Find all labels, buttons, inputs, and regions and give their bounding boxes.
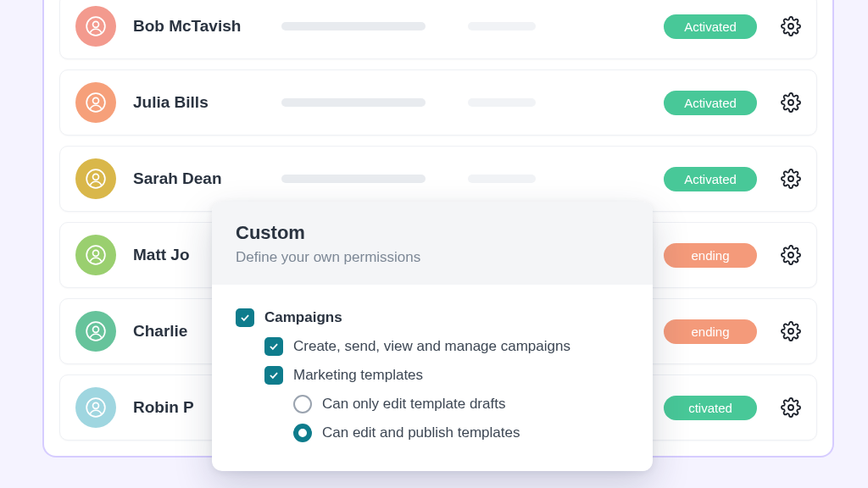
radio-unselected-icon[interactable]	[293, 395, 312, 413]
svg-point-4	[93, 97, 99, 103]
svg-point-7	[93, 174, 99, 180]
placeholder-group	[281, 22, 664, 30]
permission-label: Can edit and publish templates	[322, 424, 520, 441]
svg-point-2	[788, 24, 793, 29]
avatar	[75, 235, 116, 275]
svg-point-3	[86, 93, 105, 112]
gear-icon[interactable]	[781, 321, 801, 341]
svg-point-0	[86, 17, 105, 36]
status-badge: Activated	[664, 167, 757, 191]
permissions-popover: Custom Define your own permissions Campa…	[212, 202, 653, 471]
user-icon	[85, 168, 107, 190]
popover-header: Custom Define your own permissions	[212, 202, 653, 285]
svg-point-16	[93, 402, 99, 408]
placeholder-bar	[468, 98, 536, 107]
svg-point-11	[788, 252, 793, 258]
user-name: Bob McTavish	[133, 17, 281, 36]
user-icon	[85, 15, 107, 37]
status-badge: Activated	[664, 91, 757, 115]
svg-point-10	[93, 250, 99, 256]
user-icon	[85, 92, 107, 114]
checkbox-checked-icon[interactable]	[264, 337, 283, 356]
svg-point-12	[86, 322, 105, 341]
svg-point-15	[86, 398, 105, 417]
svg-point-5	[788, 100, 793, 105]
status-badge: ending	[664, 243, 757, 268]
gear-icon[interactable]	[781, 16, 801, 36]
svg-point-13	[93, 326, 99, 332]
permission-label: Campaigns	[264, 309, 342, 326]
placeholder-bar	[281, 98, 426, 107]
user-icon	[85, 396, 107, 419]
popover-subtitle: Define your own permissions	[236, 249, 629, 266]
checkbox-checked-icon[interactable]	[236, 308, 254, 327]
status-badge: Activated	[664, 14, 757, 39]
status-badge: ending	[664, 319, 757, 344]
placeholder-bar	[468, 175, 536, 183]
user-row: Julia Bills Activated	[59, 69, 817, 136]
permission-label: Can only edit template drafts	[322, 396, 505, 413]
popover-title: Custom	[236, 222, 629, 244]
gear-icon[interactable]	[781, 169, 801, 189]
user-icon	[85, 244, 107, 266]
gear-icon[interactable]	[781, 397, 801, 418]
popover-body: Campaigns Create, send, view and manage …	[212, 285, 653, 471]
user-row: Bob McTavish Activated	[59, 0, 817, 59]
user-name: Sarah Dean	[133, 169, 281, 188]
svg-point-1	[93, 21, 99, 27]
avatar	[75, 311, 116, 352]
avatar	[75, 158, 116, 199]
svg-point-9	[86, 246, 105, 264]
permission-label: Create, send, view and manage campaigns	[293, 338, 570, 355]
svg-point-6	[86, 169, 105, 188]
checkbox-checked-icon[interactable]	[264, 366, 283, 385]
placeholder-bar	[281, 175, 426, 183]
svg-point-8	[788, 176, 793, 181]
user-icon	[85, 320, 107, 342]
placeholder-group	[281, 98, 664, 107]
gear-icon[interactable]	[781, 92, 801, 113]
user-name: Julia Bills	[133, 93, 281, 112]
placeholder-bar	[468, 22, 536, 30]
gear-icon[interactable]	[781, 245, 801, 265]
permission-create-campaigns[interactable]: Create, send, view and manage campaigns	[236, 332, 629, 361]
radio-selected-icon[interactable]	[293, 424, 312, 442]
status-badge: ctivated	[664, 396, 757, 420]
svg-point-14	[788, 329, 793, 334]
placeholder-group	[281, 175, 664, 183]
permission-marketing-templates[interactable]: Marketing templates	[236, 361, 629, 390]
avatar	[75, 82, 116, 123]
placeholder-bar	[281, 22, 426, 30]
avatar	[75, 387, 116, 428]
permission-edit-publish[interactable]: Can edit and publish templates	[236, 419, 629, 447]
avatar	[75, 6, 116, 47]
permission-campaigns[interactable]: Campaigns	[236, 303, 629, 332]
permission-edit-drafts[interactable]: Can only edit template drafts	[236, 390, 629, 419]
permission-label: Marketing templates	[293, 367, 423, 384]
svg-point-17	[788, 405, 793, 410]
